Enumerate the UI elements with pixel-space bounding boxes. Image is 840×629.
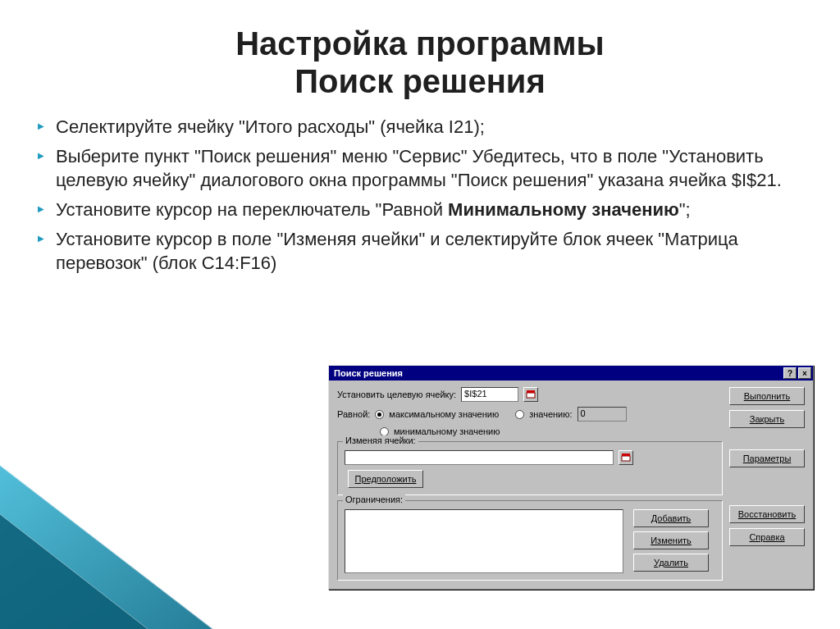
suggest-button[interactable]: Предположить [348,470,423,488]
svg-marker-1 [0,514,148,629]
changing-cells-input[interactable] [345,450,614,465]
decorative-corner [0,416,213,629]
changing-ref-button[interactable] [619,450,633,465]
solver-dialog: Поиск решения ? × Выполнить Закрыть Пара… [328,365,814,590]
add-button[interactable]: Добавить [633,509,709,527]
radio-min[interactable] [380,427,389,436]
restore-button[interactable]: Восстановить [729,505,805,523]
changing-cells-label: Изменяя ячейки: [343,435,418,445]
radio-value-label: значению: [529,409,572,419]
parameters-button[interactable]: Параметры [729,449,805,467]
radio-value[interactable] [515,410,524,419]
bullet-item: Выберите пункт "Поиск решения" меню "Сер… [36,144,807,193]
title-line-1: Настройка программы [33,25,807,62]
close-button[interactable]: Закрыть [729,410,805,428]
titlebar-help-button[interactable]: ? [783,367,797,379]
svg-rect-5 [527,390,535,393]
slide-content: Селектируйте ячейку "Итого расходы" (яче… [0,115,840,276]
value-input[interactable]: 0 [578,407,627,422]
delete-button[interactable]: Удалить [633,554,709,572]
radio-max[interactable] [375,410,384,419]
constraints-group: Ограничения: Добавить Изменить Удалить [337,500,723,581]
help-button[interactable]: Справка [729,528,805,546]
title-line-2: Поиск решения [33,62,807,100]
equal-label: Равной: [337,409,370,419]
svg-marker-0 [0,465,213,629]
bullet-item: Установите курсор в поле "Изменяя ячейки… [36,227,807,276]
bullet-item: Селектируйте ячейку "Итого расходы" (яче… [36,115,807,139]
svg-rect-4 [527,393,535,398]
titlebar-close-button[interactable]: × [798,367,811,379]
svg-line-3 [0,514,148,629]
svg-rect-7 [622,454,630,456]
ref-icon [526,390,536,399]
bullet-list: Селектируйте ячейку "Итого расходы" (яче… [36,115,807,276]
dialog-titlebar[interactable]: Поиск решения ? × [329,366,813,381]
constraints-label: Ограничения: [343,495,405,504]
target-cell-input[interactable]: $I$21 [461,387,518,402]
svg-rect-6 [622,456,630,461]
bullet-item: Установите курсор на переключатель "Равн… [36,198,807,222]
slide-title: Настройка программы Поиск решения [0,0,840,115]
dialog-title: Поиск решения [334,368,403,378]
change-button[interactable]: Изменить [633,531,709,549]
execute-button[interactable]: Выполнить [729,387,805,405]
dialog-right-buttons: Выполнить Закрыть Параметры Восстановить… [729,387,805,546]
target-cell-label: Установить целевую ячейку: [337,390,456,399]
target-ref-button[interactable] [523,387,538,402]
radio-max-label: максимальному значению [389,409,499,419]
changing-cells-group: Изменяя ячейки: Предположить [337,441,723,495]
svg-line-2 [0,465,213,629]
ref-icon [621,453,631,463]
constraints-listbox[interactable] [345,509,623,573]
